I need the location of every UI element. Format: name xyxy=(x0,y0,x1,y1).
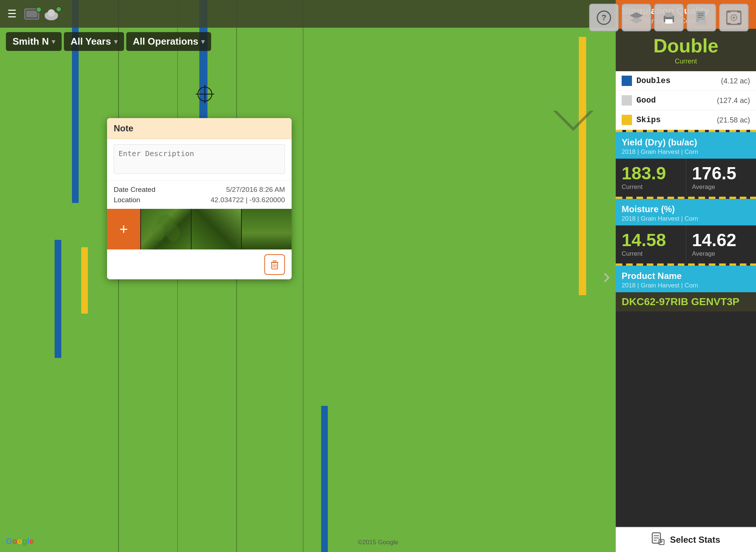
hamburger-menu-button[interactable]: ☰ xyxy=(7,9,17,19)
moisture-subtitle: 2018 | Grain Harvest | Corn xyxy=(622,215,750,222)
thumb-plant-icon xyxy=(151,214,181,244)
yield-current-cell: 183.9 Current xyxy=(616,159,686,197)
svg-point-6 xyxy=(48,9,55,17)
svg-rect-12 xyxy=(665,19,673,24)
note-location-row: Location 42.034722 | -93.620000 xyxy=(114,195,285,205)
help-icon: ? xyxy=(597,10,611,25)
panel-scroll-area[interactable]: Double Current Doubles (4.12 ac) Good (1… xyxy=(616,29,756,552)
moisture-current-value: 14.58 xyxy=(622,230,680,250)
note-date-row: Date Created 5/27/2016 8:26 AM xyxy=(114,184,285,195)
svg-point-30 xyxy=(166,225,180,241)
note-location-value: 42.034722 | -93.620000 xyxy=(211,196,285,204)
stat-row-good: Good (127.4 ac) xyxy=(616,91,756,110)
svg-marker-10 xyxy=(630,17,643,24)
svg-marker-0 xyxy=(553,111,594,131)
svg-point-29 xyxy=(152,225,165,241)
svg-rect-16 xyxy=(698,13,704,14)
map-layer-button[interactable] xyxy=(24,8,39,20)
yield-card-header: Yield (Dry) (bu/ac) 2018 | Grain Harvest… xyxy=(616,132,756,159)
map-stripe xyxy=(55,240,61,358)
note-footer xyxy=(107,249,292,279)
map-stripe-yellow xyxy=(579,37,586,295)
good-label: Good xyxy=(636,96,712,105)
cloud-badge xyxy=(56,6,62,12)
product-name-value: DKC62-97RIB GENVT3P xyxy=(616,292,756,311)
skips-value: (21.58 ac) xyxy=(717,116,750,124)
note-images-strip: + xyxy=(107,209,292,249)
singulation-current-sublabel: Current xyxy=(622,58,750,65)
trash-icon xyxy=(269,259,280,270)
print-button[interactable] xyxy=(654,4,684,31)
yield-values-row: 183.9 Current 176.5 Average xyxy=(616,159,756,197)
select-stats-label: Select Stats xyxy=(670,535,720,545)
singulation-current-type: Double Current xyxy=(616,29,756,71)
year-caret-icon: ▾ xyxy=(114,38,117,46)
google-logo: Google xyxy=(6,537,34,546)
svg-rect-19 xyxy=(698,20,706,25)
moisture-average-value: 14.62 xyxy=(692,230,750,250)
note-image-1[interactable] xyxy=(140,209,191,249)
map-copyright: ©2015 Google xyxy=(358,539,398,546)
farm-filter-button[interactable]: Smith N ▾ xyxy=(6,32,62,51)
yield-average-value: 176.5 xyxy=(692,163,750,183)
moisture-current-label: Current xyxy=(622,250,643,257)
note-body xyxy=(107,139,292,180)
doubles-label: Doubles xyxy=(636,76,717,86)
select-stats-button[interactable]: Select Stats xyxy=(616,527,756,552)
note-image-2[interactable] xyxy=(191,209,241,249)
panel-expand-button[interactable]: › xyxy=(603,265,610,287)
svg-rect-23 xyxy=(727,23,731,24)
farm-caret-icon: ▾ xyxy=(52,38,55,46)
product-subtitle: 2018 | Grain Harvest | Corn xyxy=(622,282,750,289)
moisture-title: Moisture (%) xyxy=(622,204,750,214)
screenshot-button[interactable] xyxy=(719,4,749,31)
product-title: Product Name xyxy=(622,271,750,281)
yield-title: Yield (Dry) (bu/ac) xyxy=(622,137,750,148)
note-delete-button[interactable] xyxy=(264,254,285,275)
document-button[interactable] xyxy=(687,4,716,31)
year-filter-label: All Years xyxy=(71,36,111,47)
svg-point-26 xyxy=(733,17,735,19)
note-title: Note xyxy=(114,123,133,133)
moisture-card-header: Moisture (%) 2018 | Grain Harvest | Corn xyxy=(616,199,756,225)
doubles-value: (4.12 ac) xyxy=(721,77,750,85)
note-image-3[interactable] xyxy=(241,209,292,249)
note-location-label: Location xyxy=(114,196,140,204)
note-date-label: Date Created xyxy=(114,186,155,194)
skips-color-box xyxy=(622,115,632,125)
product-card-header: Product Name 2018 | Grain Harvest | Corn xyxy=(616,266,756,292)
operation-filter-button[interactable]: All Operations ▾ xyxy=(126,32,212,51)
skips-label: Skips xyxy=(636,115,712,125)
document-icon xyxy=(695,10,708,25)
map-stripe xyxy=(321,406,328,552)
moisture-average-label: Average xyxy=(692,250,715,257)
right-panel: Singulation Quality 2018 | Planting - 1 … xyxy=(616,0,756,552)
singulation-type-label: Double xyxy=(622,35,750,57)
layers-button[interactable] xyxy=(622,4,651,31)
note-add-image-button[interactable]: + xyxy=(107,209,140,249)
crosshair-circle xyxy=(197,87,212,101)
note-description-input[interactable] xyxy=(114,144,285,174)
svg-rect-22 xyxy=(737,11,741,13)
cloud-sync-button[interactable] xyxy=(43,8,59,20)
note-popup: Note Date Created 5/27/2016 8:26 AM Loca… xyxy=(107,118,292,279)
stat-row-doubles: Doubles (4.12 ac) xyxy=(616,71,756,91)
svg-text:?: ? xyxy=(601,13,606,22)
operation-caret-icon: ▾ xyxy=(201,38,205,46)
moisture-average-cell: 14.62 Average xyxy=(686,225,756,263)
print-icon xyxy=(662,10,676,25)
yield-current-label: Current xyxy=(622,183,643,190)
svg-point-14 xyxy=(672,17,673,18)
year-filter-button[interactable]: All Years ▾ xyxy=(64,32,124,51)
select-stats-icon xyxy=(652,532,665,548)
moisture-values-row: 14.58 Current 14.62 Average xyxy=(616,225,756,263)
toolbar-right: ? xyxy=(589,4,749,31)
svg-rect-33 xyxy=(273,261,276,263)
note-popup-header: Note xyxy=(107,118,292,139)
yield-average-label: Average xyxy=(692,183,715,190)
good-color-box xyxy=(622,95,632,106)
layers-icon xyxy=(629,10,644,25)
svg-rect-18 xyxy=(698,17,701,18)
help-button[interactable]: ? xyxy=(589,4,619,31)
note-meta-section: Date Created 5/27/2016 8:26 AM Location … xyxy=(107,180,292,209)
